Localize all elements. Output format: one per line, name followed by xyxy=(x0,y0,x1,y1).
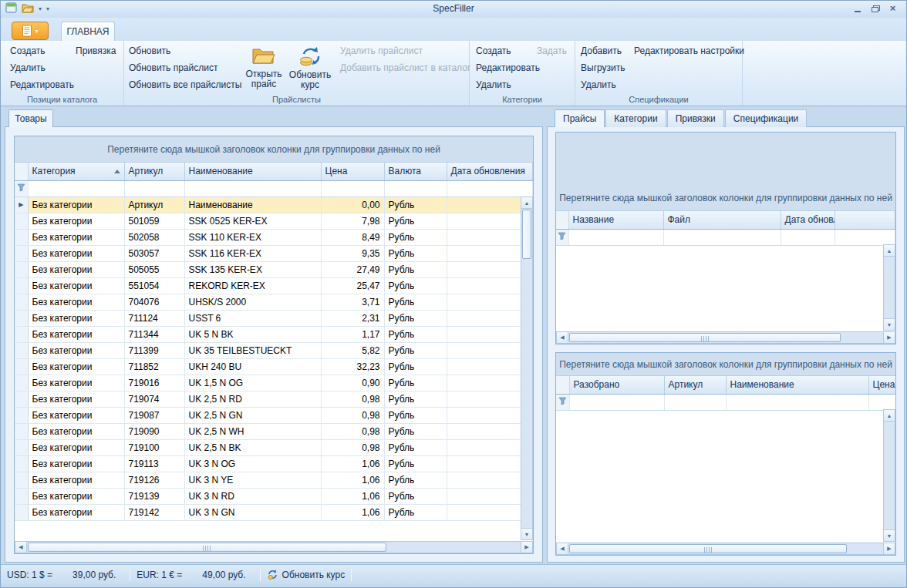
table-row[interactable]: Без категории502058SSK 110 KER-EX8,49Руб… xyxy=(15,229,533,245)
restore-button[interactable] xyxy=(868,2,882,15)
cell-price[interactable]: 32,23 xyxy=(321,358,384,375)
cell-currency[interactable]: Рубль xyxy=(384,472,447,488)
filter-cell[interactable] xyxy=(664,394,726,410)
cell-price[interactable]: 8,49 xyxy=(321,229,384,245)
scroll-right-icon[interactable]: ▶ xyxy=(883,543,895,554)
cell-updated[interactable] xyxy=(447,472,533,488)
table-row[interactable]: ▶Без категорииАртикулНаименование0,00Руб… xyxy=(15,197,533,213)
scroll-left-icon[interactable]: ◀ xyxy=(15,542,27,553)
cell-updated[interactable] xyxy=(447,407,533,423)
scroll-up-icon[interactable]: ▲ xyxy=(521,197,532,209)
export-specification-button[interactable]: Выгрузить xyxy=(581,62,625,73)
cell-updated[interactable] xyxy=(447,197,533,213)
column-header-file[interactable]: Файл xyxy=(663,211,781,229)
table-row[interactable]: Без категории719090UK 2,5 N WH0,98Рубль xyxy=(15,423,533,439)
filter-cell[interactable] xyxy=(321,180,384,197)
cell-price[interactable]: 1,06 xyxy=(321,472,384,488)
cell-name[interactable]: REKORD KER-EX xyxy=(184,277,321,294)
cell-article[interactable]: 719087 xyxy=(124,407,184,423)
cell-category[interactable]: Без категории xyxy=(28,213,124,229)
cell-price[interactable]: 5,82 xyxy=(321,342,384,358)
horizontal-scrollbar[interactable]: ◀ ▶ xyxy=(556,331,895,344)
table-row[interactable]: Без категории704076UHSK/S 20003,71Рубль xyxy=(15,294,533,310)
scrollbar-thumb[interactable] xyxy=(569,333,841,342)
edit-catalog-item-button[interactable]: Редактировать xyxy=(10,79,74,90)
vertical-scrollbar[interactable]: ▲ ▼ xyxy=(883,244,895,331)
column-header-price[interactable]: Цена xyxy=(321,163,384,180)
cell-updated[interactable] xyxy=(447,358,533,375)
cell-price[interactable]: 1,06 xyxy=(321,455,384,472)
cell-name[interactable]: SSK 110 KER-EX xyxy=(184,229,321,245)
edit-settings-button[interactable]: Редактировать настройки xyxy=(634,45,744,56)
tab-tovary[interactable]: Товары xyxy=(8,109,53,127)
cell-article[interactable]: 719016 xyxy=(124,375,184,391)
cell-article[interactable]: 505055 xyxy=(124,261,184,277)
cell-category[interactable]: Без категории xyxy=(28,391,124,407)
cell-currency[interactable]: Рубль xyxy=(384,375,447,391)
refresh-rate-button[interactable]: Обновить курс xyxy=(288,42,332,101)
cell-updated[interactable] xyxy=(447,488,533,504)
scroll-right-icon[interactable]: ▶ xyxy=(521,542,532,553)
column-header-currency[interactable]: Валюта xyxy=(384,163,447,180)
cell-category[interactable]: Без категории xyxy=(28,245,124,261)
delete-category-button[interactable]: Удалить xyxy=(476,79,511,90)
cell-article[interactable]: 501059 xyxy=(124,213,184,229)
cell-article[interactable]: 711852 xyxy=(124,358,184,375)
cell-currency[interactable]: Рубль xyxy=(384,488,447,504)
refresh-button[interactable]: Обновить xyxy=(129,45,170,56)
cell-name[interactable]: USST 6 xyxy=(184,310,321,326)
cell-price[interactable]: 0,98 xyxy=(321,391,384,407)
cell-category[interactable]: Без категории xyxy=(28,423,124,439)
cell-category[interactable]: Без категории xyxy=(28,439,124,455)
refresh-all-pricelists-button[interactable]: Обновить все прайслисты xyxy=(129,79,241,90)
column-header-category[interactable]: Категория xyxy=(28,163,124,180)
edit-category-button[interactable]: Редактировать xyxy=(476,62,540,73)
group-by-panel[interactable]: Перетяните сюда мышкой заголовок колонки… xyxy=(556,133,895,211)
cell-name[interactable]: UK 3 N RD xyxy=(184,488,321,504)
cell-currency[interactable]: Рубль xyxy=(384,455,447,472)
cell-article[interactable]: 711399 xyxy=(124,342,184,358)
filter-cell[interactable] xyxy=(28,180,124,197)
cell-article[interactable]: 551054 xyxy=(124,277,184,294)
cell-article[interactable]: 711124 xyxy=(124,310,184,326)
table-row[interactable]: Без категории719016UK 1,5 N OG0,90Рубль xyxy=(15,375,533,391)
cell-price[interactable]: 7,98 xyxy=(321,213,384,229)
cell-article[interactable]: 711344 xyxy=(124,326,184,342)
filter-cell[interactable] xyxy=(569,394,664,410)
delete-pricelist-button[interactable]: Удалить прайслист xyxy=(340,45,423,56)
cell-price[interactable]: 0,98 xyxy=(321,423,384,439)
cell-currency[interactable]: Рубль xyxy=(384,504,447,520)
table-row[interactable]: Без категории719074UK 2,5 N RD0,98Рубль xyxy=(15,391,533,407)
table-row[interactable]: Без категории505055SSK 135 KER-EX27,49Ру… xyxy=(15,261,533,277)
cell-price[interactable]: 9,35 xyxy=(321,245,384,261)
horizontal-scrollbar[interactable]: ◀ ▶ xyxy=(15,541,533,553)
delete-specification-button[interactable]: Удалить xyxy=(581,79,616,90)
cell-name[interactable]: UK 1,5 N OG xyxy=(184,375,321,391)
cell-currency[interactable]: Рубль xyxy=(384,229,447,245)
cell-updated[interactable] xyxy=(447,504,533,520)
cell-updated[interactable] xyxy=(447,326,533,342)
cell-currency[interactable]: Рубль xyxy=(384,439,447,455)
cell-article[interactable]: 719100 xyxy=(124,439,184,455)
cell-category[interactable]: Без категории xyxy=(28,455,124,472)
cell-name[interactable]: UHSK/S 2000 xyxy=(184,294,321,310)
tab-specifications[interactable]: Спецификации xyxy=(725,109,807,127)
filter-cell[interactable] xyxy=(124,180,184,197)
cell-currency[interactable]: Рубль xyxy=(384,342,447,358)
cell-name[interactable]: UK 2,5 N WH xyxy=(184,423,321,439)
cell-category[interactable]: Без категории xyxy=(28,229,124,245)
cell-category[interactable]: Без категории xyxy=(28,488,124,504)
column-header-name[interactable]: Наименование xyxy=(726,376,868,394)
cell-name[interactable]: UK 5 N BK xyxy=(184,326,321,342)
cell-price[interactable]: 27,49 xyxy=(321,261,384,277)
filter-cell[interactable] xyxy=(835,229,895,245)
scroll-right-icon[interactable]: ▶ xyxy=(883,332,895,343)
add-specification-button[interactable]: Добавить xyxy=(581,45,622,56)
cell-category[interactable]: Без категории xyxy=(28,342,124,358)
group-by-panel[interactable]: Перетяните сюда мышкой заголовок колонки… xyxy=(15,136,533,163)
cell-category[interactable]: Без категории xyxy=(28,294,124,310)
cell-updated[interactable] xyxy=(447,439,533,455)
cell-updated[interactable] xyxy=(447,294,533,310)
cell-article[interactable]: 719139 xyxy=(124,488,184,504)
cell-currency[interactable]: Рубль xyxy=(384,277,447,294)
